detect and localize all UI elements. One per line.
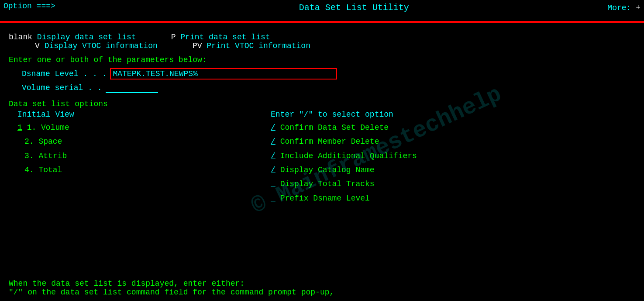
slash-4-indicator: / bbox=[271, 166, 276, 174]
slash-item-3: / Include Additional Qualifiers bbox=[271, 149, 635, 163]
menu-row-2: V Display VTOC information PV Print VTOC… bbox=[9, 42, 635, 50]
dsname-input[interactable] bbox=[110, 68, 337, 80]
initial-view-label: Initial View bbox=[9, 110, 271, 119]
option-input[interactable] bbox=[3, 10, 91, 20]
view-item-2: 2. Space bbox=[9, 135, 271, 149]
slash-2-label: Confirm Member Delete bbox=[280, 137, 379, 146]
options-section: Data set list options Initial View 1 1. … bbox=[9, 100, 635, 205]
params-header: Enter one or both of the parameters belo… bbox=[9, 55, 635, 64]
menu-item-pv: PV Print VTOC information bbox=[193, 42, 310, 50]
slash-5-label: Display Total Tracks bbox=[280, 180, 375, 188]
more-label: More: bbox=[607, 3, 631, 12]
volume-row: Volume serial . . bbox=[9, 81, 635, 95]
underscore-6-indicator: _ bbox=[271, 194, 276, 203]
view-4-label: 4. Total bbox=[24, 166, 62, 174]
slash-3-label: Include Additional Qualifiers bbox=[280, 152, 417, 160]
options-two-col: Initial View 1 1. Volume 2. Space 3. Att… bbox=[9, 110, 635, 205]
slash-6-label: Prefix Dsname Level bbox=[280, 194, 370, 203]
slash-item-5: _ Display Total Tracks bbox=[271, 177, 635, 191]
underscore-5-indicator: _ bbox=[271, 180, 276, 188]
bottom-text-2: "/" on the data set list command field f… bbox=[9, 288, 635, 297]
slash-item-6: _ Prefix Dsname Level bbox=[271, 191, 635, 205]
slash-4-label: Display Catalog Name bbox=[280, 166, 375, 174]
p-key: P bbox=[171, 33, 176, 42]
page-title: Data Set List Utility bbox=[100, 0, 607, 14]
params-section: Enter one or both of the parameters belo… bbox=[9, 55, 635, 95]
volume-input[interactable] bbox=[106, 83, 158, 93]
view-3-label: 3. Attrib bbox=[24, 152, 67, 160]
slash-1-label: Confirm Data Set Delete bbox=[280, 123, 389, 132]
slash-item-1: / Confirm Data Set Delete bbox=[271, 121, 635, 135]
right-col: Enter "/" to select option / Confirm Dat… bbox=[271, 110, 635, 205]
view-item-1: 1 1. Volume bbox=[9, 121, 271, 135]
menu-section: blank Display data set list P Print data… bbox=[9, 33, 635, 50]
view-item-4: 4. Total bbox=[9, 163, 271, 177]
slash-item-4: / Display Catalog Name bbox=[271, 163, 635, 177]
options-header: Data set list options bbox=[9, 100, 635, 108]
v-key: V bbox=[35, 42, 40, 50]
top-bar: Option ===> Data Set List Utility More: … bbox=[0, 0, 644, 22]
enter-params-text: Enter one or both of the parameters belo… bbox=[9, 55, 207, 64]
pv-desc: Print VTOC information bbox=[207, 42, 310, 50]
dsname-row: Dsname Level . . . bbox=[9, 67, 635, 81]
volume-label: Volume serial . . bbox=[9, 81, 102, 95]
blank-key: blank bbox=[9, 33, 32, 42]
menu-item-v: V Display VTOC information bbox=[9, 42, 158, 50]
more-indicator: More: + bbox=[607, 0, 644, 12]
more-plus: + bbox=[636, 3, 641, 12]
menu-item-p: P Print data set list bbox=[171, 33, 270, 42]
dsname-label: Dsname Level . . . bbox=[9, 67, 107, 81]
content-area: blank Display data set list P Print data… bbox=[0, 23, 644, 205]
view-2-label: 2. Space bbox=[24, 137, 62, 146]
bottom-text-1: When the data set list is displayed, ent… bbox=[9, 279, 635, 288]
menu-row-1: blank Display data set list P Print data… bbox=[9, 33, 635, 42]
p-desc: Print data set list bbox=[180, 33, 270, 42]
view-1-label: 1. Volume bbox=[27, 123, 69, 132]
divider bbox=[0, 22, 644, 23]
slash-1-indicator: / bbox=[271, 123, 276, 132]
main-screen: © Mainframestechhelp Option ===> Data Se… bbox=[0, 0, 644, 301]
bottom-section: When the data set list is displayed, ent… bbox=[0, 275, 644, 301]
option-label: Option ===> bbox=[3, 2, 55, 10]
slash-item-2: / Confirm Member Delete bbox=[271, 135, 635, 149]
menu-item-blank: blank Display data set list bbox=[9, 33, 136, 42]
view-item-3: 3. Attrib bbox=[9, 149, 271, 163]
left-col: Initial View 1 1. Volume 2. Space 3. Att… bbox=[9, 110, 271, 205]
slash-3-indicator: / bbox=[271, 152, 276, 160]
view-active-number: 1 bbox=[17, 123, 22, 132]
blank-desc: Display data set list bbox=[37, 33, 136, 42]
slash-2-indicator: / bbox=[271, 137, 276, 146]
pv-key: PV bbox=[193, 42, 202, 50]
v-desc: Display VTOC information bbox=[45, 42, 158, 50]
enter-slash-header: Enter "/" to select option bbox=[271, 110, 635, 119]
